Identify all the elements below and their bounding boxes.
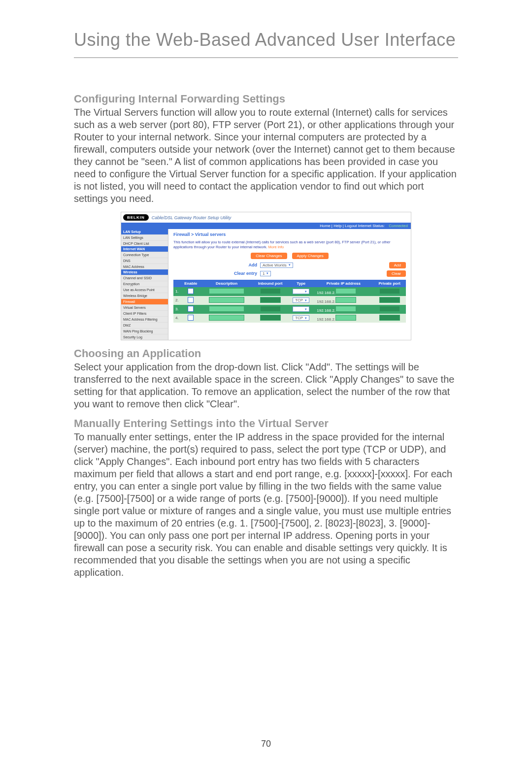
sidebar-item[interactable]: Encryption [121,281,168,287]
enable-checkbox[interactable] [188,315,194,321]
section-heading-1: Configuring Internal Forwarding Settings [74,93,458,105]
sidebar-item[interactable]: WAN Ping Blocking [121,328,168,334]
enable-checkbox[interactable] [188,306,194,312]
status-links[interactable]: Home | Help | Logout Internet Status: [320,224,385,228]
table-header: Private port [373,280,406,287]
section-body-1: The Virtual Servers function will allow … [74,106,458,205]
private-port-input[interactable] [379,315,400,321]
chevron-down-icon: ▾ [266,271,268,275]
type-select[interactable]: TCP ▾ [293,289,309,294]
ip-input[interactable] [335,315,356,321]
description-input[interactable] [209,288,244,294]
inbound-port-input[interactable] [260,315,281,321]
sidebar-item[interactable]: MAC Address Filtering [121,316,168,322]
type-select[interactable]: TCP ▾ [293,315,309,321]
status-bar: Home | Help | Logout Internet Status: Co… [121,223,411,229]
description-input[interactable] [209,306,244,312]
add-button[interactable]: Add [389,262,406,268]
sidebar-item: LAN Setup [121,229,168,234]
inbound-port-input[interactable] [260,297,281,303]
sidebar-item[interactable]: Wireless Bridge [121,293,168,298]
sidebar-item[interactable]: Use as Access Point [121,287,168,293]
type-select[interactable]: TCP ▾ [293,297,309,303]
enable-checkbox[interactable] [188,288,194,294]
table-header: Description [201,280,252,287]
table-row: 4.TCP ▾192.168.2. [173,314,406,323]
section-body-2: Select your application from the drop-do… [74,361,458,410]
clear-entry-select[interactable]: 1▾ [260,271,271,276]
table-header: Type [288,280,314,287]
sidebar-item[interactable]: DNS [121,258,168,264]
sidebar-item[interactable]: DHCP Client List [121,240,168,246]
sidebar-item[interactable]: Connection Type [121,252,168,258]
section-body-3: To manually enter settings, enter the IP… [74,431,458,579]
add-select[interactable]: Active Worlds▾ [260,263,293,268]
enable-checkbox[interactable] [188,297,194,303]
sidebar-item[interactable]: DMZ [121,322,168,328]
private-port-input[interactable] [379,297,400,303]
table-header: Enable [181,280,201,287]
title-rule [74,57,458,58]
router-screenshot: BELKIN Cable/DSL Gateway Router Setup Ut… [121,212,411,340]
table-header [173,280,181,287]
table-row: 1.TCP ▾192.168.2. [173,287,406,296]
virtual-servers-table: EnableDescriptionInbound portTypePrivate… [173,280,406,323]
internet-status: Connected [389,224,408,228]
ip-input[interactable] [335,297,356,303]
page-title: Using the Web-Based Advanced User Interf… [74,30,458,50]
clear-changes-button[interactable]: Clear Changes [251,253,287,259]
ip-input[interactable] [335,288,356,294]
apply-changes-button[interactable]: Apply Changes [292,253,329,259]
sidebar-item[interactable]: Firewall [121,298,168,304]
sidebar-nav: LAN SetupLAN SettingsDHCP Client ListInt… [121,229,168,340]
clear-button[interactable]: Clear [387,270,406,277]
table-header: Private IP address [314,280,373,287]
info-text: This function will allow you to route ex… [173,240,406,250]
sidebar-item[interactable]: Channel and SSID [121,275,168,281]
sidebar-item[interactable]: Security Log [121,334,168,340]
belkin-logo: BELKIN [123,214,149,221]
sidebar-item[interactable]: LAN Settings [121,234,168,240]
inbound-port-input[interactable] [260,288,281,294]
table-row: 3.TCP ▾192.168.2. [173,305,406,314]
private-port-input[interactable] [379,288,400,294]
sidebar-item: Wireless [121,269,168,275]
more-info-link[interactable]: More Info [268,245,284,249]
chevron-down-icon: ▾ [289,263,291,267]
description-input[interactable] [209,297,244,303]
table-header: Inbound port [252,280,288,287]
page-number: 70 [0,739,532,749]
inbound-port-input[interactable] [260,306,281,312]
type-select[interactable]: TCP ▾ [293,306,309,312]
add-label: Add [173,263,257,267]
section-heading-3: Manually Entering Settings into the Virt… [74,417,458,430]
private-port-input[interactable] [379,306,400,312]
table-row: 2.TCP ▾192.168.2. [173,296,406,305]
sidebar-item[interactable]: Client IP Filters [121,310,168,316]
utility-title: Cable/DSL Gateway Router Setup Utility [152,215,231,220]
breadcrumb: Firewall > Virtual servers [173,232,406,237]
clear-entry-label: Clear entry [173,271,257,276]
sidebar-item[interactable]: MAC Address [121,264,168,269]
sidebar-item[interactable]: Virtual Servers [121,304,168,310]
description-input[interactable] [209,315,244,321]
ip-input[interactable] [335,306,356,312]
section-heading-2: Choosing an Application [74,347,458,360]
sidebar-item: Internet WAN [121,246,168,252]
